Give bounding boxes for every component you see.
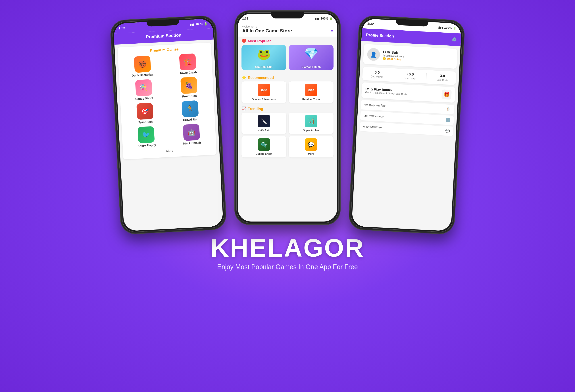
game-icon-angry: 🐦 — [138, 126, 155, 143]
trend-card-archer[interactable]: 🏹 Super Archer — [288, 112, 334, 134]
game-icon-dunk: 🏀 — [134, 56, 151, 73]
store-header: Welcome To All In One Game Store ≡ — [238, 23, 337, 37]
brand-title: KHELAGOR — [211, 235, 364, 261]
trending-label: 📈 Trending — [238, 104, 337, 112]
quiz-icon-finance: QUIZ — [258, 84, 270, 96]
premium-games-title: Premium Games — [120, 46, 208, 54]
more-button-1[interactable]: More — [166, 149, 173, 153]
trend-card-bubble[interactable]: 🫧 Bubble Shoot — [241, 136, 287, 157]
stat-spin: 3.0 Spin Rush — [437, 73, 448, 82]
recommended-grid: QUIZ Finance & Insurance QUIZ Random Tri… — [238, 82, 337, 104]
welcome-text: Welcome To — [242, 25, 292, 28]
stat-quiz-value: 0.0 — [374, 70, 380, 75]
stat-divider-1 — [394, 71, 394, 79]
knife-label: Knife Rain — [258, 129, 270, 132]
game-label-dunk: Dunk Basketball — [132, 73, 154, 77]
game-item-tower[interactable]: 🏗️ Tower Crash — [166, 53, 210, 75]
game-label-candy: Candy Shoot — [135, 96, 153, 101]
battery-label-3: 100% — [444, 26, 452, 30]
battery-icon-1: 100% — [195, 22, 203, 26]
phone3-screen: 1:32 ▮▮▮ 100% 🔋 Profile Section ⚙️ 👤 FHR… — [352, 19, 462, 231]
more-label-trending: More — [308, 152, 314, 155]
popular-games-row: 🐸 Om Nom Run 💎 Diamond Rush — [238, 45, 337, 73]
brand-subtitle: Enjoy Most Popular Games In One App For … — [211, 263, 364, 271]
phone-profile: 1:32 ▮▮▮ 100% 🔋 Profile Section ⚙️ 👤 FHR… — [349, 16, 465, 234]
store-header-row: Welcome To All In One Game Store ≡ — [242, 25, 333, 34]
profile-nav-title: Profile Section — [366, 33, 394, 39]
bonus-text: Daily Play Bonus Get 50 Coin Bonus & Unl… — [365, 87, 407, 96]
phones-container: 1:33 ▮▮▮ 100% 🔋 Premium Section Premium … — [0, 11, 575, 224]
menu-list: আপ ব্যবহার করার নিয়ম 📋 কোন গেমিস কত কয়… — [359, 100, 455, 136]
message-icon: 💬 — [445, 129, 450, 133]
trend-card-more[interactable]: 💬 More — [288, 136, 334, 157]
stat-spin-label: Spin Rush — [437, 78, 448, 82]
game-item-candy[interactable]: 🍭 Candy Shoot — [122, 79, 166, 101]
phone2-screen: 1:33 ▮▮▮ 100% 🔋 Welcome To All In One Ga… — [238, 14, 337, 221]
game-icon-candy: 🍭 — [135, 79, 152, 96]
status-time-1: 1:33 — [119, 26, 125, 30]
om-nom-card[interactable]: 🐸 Om Nom Run — [241, 45, 286, 70]
stat-quiz-label: Quiz Played — [370, 75, 383, 78]
game-icon-stack: 🤖 — [183, 124, 200, 141]
om-nom-label: Om Nom Run — [255, 65, 273, 68]
status-bar-2: 1:33 ▮▮▮ 100% 🔋 — [238, 14, 337, 23]
game-item-stack[interactable]: 🤖 Stack Smash — [170, 123, 213, 146]
trend-card-knife[interactable]: 🔪 Knife Rain — [241, 112, 287, 134]
battery-icon-3: 🔋 — [453, 26, 456, 30]
om-nom-emoji: 🐸 — [257, 48, 271, 61]
games-grid: 🏀 Dunk Basketball 🏗️ Tower Crash 🍭 Candy… — [121, 53, 213, 148]
premium-header-title: Premium Section — [118, 31, 210, 41]
quiz-icon-trivia: QUIZ — [305, 84, 317, 96]
game-label-angry: Angry Flappy — [137, 144, 156, 148]
game-item-spin[interactable]: 🎯 Spin Rush — [123, 102, 167, 125]
menu-coins-text: কোন গেমিস কত কয়েন — [364, 114, 384, 118]
stat-level-label: Your Lavel — [405, 77, 416, 80]
brand-section: KHELAGOR Enjoy Most Popular Games In One… — [211, 235, 364, 271]
stat-spin-value: 3.0 — [440, 74, 445, 78]
trending-grid: 🔪 Knife Rain 🏹 Super Archer 🫧 Bubble Sho… — [238, 112, 337, 157]
game-label-stack: Stack Smash — [183, 141, 201, 145]
settings-icon[interactable]: ⚙️ — [452, 37, 456, 42]
stat-level-value: 16.0 — [407, 72, 414, 77]
trending-icon: 📈 — [241, 107, 246, 111]
knife-icon: 🔪 — [258, 115, 270, 127]
menu-rules-text: আপ ব্যবহার করার নিয়ম — [364, 103, 385, 108]
status-time-3: 1:32 — [367, 22, 374, 26]
rec-label-finance: Finance & Insurance — [252, 98, 276, 101]
stat-quiz: 0.0 Quiz Played — [370, 70, 383, 78]
game-item-crowd[interactable]: 🏃 Crowd Run — [168, 100, 212, 122]
phone-store: 1:33 ▮▮▮ 100% 🔋 Welcome To All In One Ga… — [235, 11, 340, 224]
status-icons-3: ▮▮▮ 100% 🔋 — [438, 26, 456, 30]
store-title: All In One Game Store — [242, 28, 292, 34]
coin-icon: 🪙 — [383, 57, 386, 60]
bubble-label: Bubble Shoot — [256, 152, 272, 155]
game-label-fruit: Fruit Rush — [182, 94, 197, 98]
battery-label-2: 100% — [321, 17, 328, 20]
diamond-rush-label: Diamond Rush — [302, 65, 321, 68]
game-item-dunk[interactable]: 🏀 Dunk Basketball — [121, 55, 164, 78]
game-item-fruit[interactable]: 🍇 Fruit Rush — [168, 76, 211, 99]
bonus-card[interactable]: Daily Play Bonus Get 50 Coin Bonus & Unl… — [361, 82, 455, 103]
game-item-angry[interactable]: 🐦 Angry Flappy — [125, 125, 168, 148]
game-icon-fruit: 🍇 — [180, 77, 198, 94]
premium-games-card: Premium Games 🏀 Dunk Basketball 🏗️ Tower… — [117, 43, 217, 159]
coins-info-icon: ℹ️ — [446, 118, 451, 122]
rec-card-finance[interactable]: QUIZ Finance & Insurance — [241, 82, 287, 103]
game-label-tower: Tower Crash — [180, 71, 197, 75]
hamburger-menu-icon[interactable]: ≡ — [331, 29, 333, 34]
phone-premium: 1:33 ▮▮▮ 100% 🔋 Premium Section Premium … — [110, 16, 226, 234]
game-icon-crowd: 🏃 — [182, 100, 199, 117]
diamond-rush-card[interactable]: 💎 Diamond Rush — [289, 45, 334, 70]
battery-full-icon: 🔋 — [204, 22, 208, 25]
game-icon-spin: 🎯 — [136, 103, 154, 120]
diamond-emoji: 💎 — [304, 47, 318, 60]
avatar: 👤 — [367, 48, 380, 61]
game-label-spin: Spin Rush — [138, 120, 153, 124]
rec-card-trivia[interactable]: QUIZ Random Trivia — [288, 82, 334, 103]
archer-icon: 🏹 — [305, 115, 317, 127]
bubble-icon: 🫧 — [258, 138, 270, 151]
profile-card: 👤 FHR Soft fhrsoft@gmail.com 🪙 5050 Coin… — [363, 44, 457, 69]
battery-icon-2: 🔋 — [329, 17, 333, 21]
recommended-label: ⭐ Recommended — [238, 73, 337, 82]
most-popular-label: ❤️ Most Popular — [238, 37, 337, 45]
